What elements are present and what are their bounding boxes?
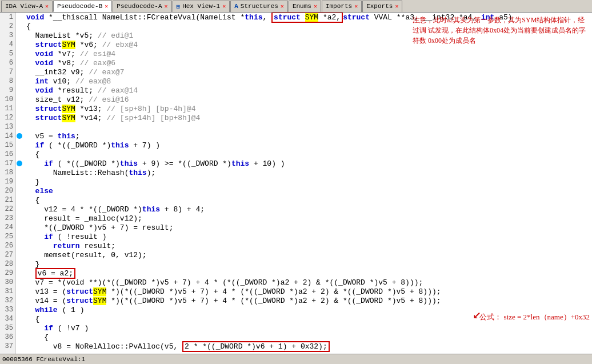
code-line[interactable]: struct SYM *v13; // [sp+8h] [bp-4h]@4 — [26, 104, 590, 113]
line-number: 34 — [2, 314, 13, 323]
line-number: 10 — [2, 95, 13, 104]
line-number: 28 — [2, 259, 13, 269]
dot-cell — [16, 305, 24, 314]
line-number: 9 — [2, 86, 13, 95]
line-number: 20 — [2, 186, 13, 195]
dot-cell — [16, 49, 24, 58]
code-line[interactable]: if ( *((_DWORD *)this + 7) ) — [26, 141, 590, 150]
dot-cell — [16, 58, 24, 67]
line-number: 31 — [2, 287, 13, 296]
code-line[interactable]: else — [26, 186, 590, 195]
code-line[interactable]: { — [26, 314, 590, 323]
code-line[interactable] — [26, 122, 590, 131]
tab-ida-view-a[interactable]: IDA View-A ✕ — [1, 1, 53, 12]
code-line[interactable]: { — [26, 22, 590, 31]
tab-exports[interactable]: Exports ✕ — [362, 1, 402, 12]
tab-label: Exports — [366, 3, 393, 10]
tab-icon: ⊞ — [177, 3, 181, 10]
dot-cell — [16, 13, 24, 22]
tab-close-icon[interactable]: ✕ — [314, 3, 317, 10]
tab-close-icon[interactable]: ✕ — [45, 3, 49, 10]
dot-cell — [16, 122, 24, 131]
code-line[interactable]: { — [26, 195, 590, 205]
code-line[interactable]: struct SYM *v14; // [sp+14h] [bp+8h]@4 — [26, 113, 590, 122]
code-line[interactable]: __int32 v9; // eax@7 — [26, 67, 590, 77]
line-number: 25 — [2, 232, 13, 241]
dot-cell — [16, 223, 24, 232]
tab-close-icon[interactable]: ✕ — [281, 3, 284, 10]
code-line[interactable]: struct SYM *v6; // ebx@4 — [26, 40, 590, 49]
line-number: 3 — [2, 31, 13, 40]
line-numbers: 1234567891011121314151617181920212223242… — [0, 13, 16, 354]
dot-cell — [16, 241, 24, 250]
line-number: 12 — [2, 113, 13, 122]
tab-structures[interactable]: A Structures ✕ — [230, 1, 288, 12]
line-number: 24 — [2, 223, 13, 232]
dot-cell — [16, 205, 24, 214]
code-line[interactable]: return result; — [26, 241, 590, 250]
dot-cell — [16, 314, 24, 323]
code-area[interactable]: void *__thiscall NameList::FCreateVval(N… — [24, 13, 592, 354]
code-line[interactable]: while ( 1 ) — [26, 305, 590, 314]
tab-pseudocode-b[interactable]: Pseudocode-B ✕ — [53, 1, 112, 12]
dot-cell — [16, 323, 24, 333]
dot-cell — [16, 168, 24, 177]
dot-cell — [16, 342, 24, 351]
code-line[interactable]: v8 = NoRelAlloc::PvAlloc(v5, 2 * *((_DWO… — [26, 342, 590, 351]
tab-label: Pseudocode-A — [117, 3, 162, 10]
line-number: 30 — [2, 278, 13, 287]
code-line[interactable]: } — [26, 259, 590, 269]
dot-cell — [16, 278, 24, 287]
tab-enums[interactable]: Enums ✕ — [289, 1, 321, 12]
code-line[interactable]: v13 = (struct SYM *)(*((_DWORD *)v5 + 7)… — [26, 287, 590, 296]
line-number: 7 — [2, 67, 13, 77]
dot-cell — [16, 40, 24, 49]
code-line[interactable]: v7 = *(void **)(*((_DWORD *)v5 + 7) + 4 … — [26, 278, 590, 287]
tab-hex-view-1[interactable]: ⊞ Hex View-1 ✕ — [173, 1, 230, 12]
code-line[interactable]: void *v8; // eax@6 — [26, 58, 590, 67]
line-number: 19 — [2, 177, 13, 186]
code-line[interactable]: void *result; // eax@14 — [26, 86, 590, 95]
code-line[interactable]: if ( !v7 ) — [26, 323, 590, 333]
tab-label: IDA View-A — [5, 3, 43, 10]
tab-imports[interactable]: Imports ✕ — [322, 1, 362, 12]
code-line[interactable]: v12 = 4 * *((_DWORD *)this + 8) + 4; — [26, 205, 590, 214]
code-line[interactable]: void *__thiscall NameList::FCreateVval(N… — [26, 13, 590, 22]
code-line[interactable]: *((_DWORD *)v5 + 7) = result; — [26, 223, 590, 232]
tab-close-icon[interactable]: ✕ — [354, 3, 358, 10]
code-line[interactable]: { — [26, 150, 590, 159]
dot-cell — [16, 296, 24, 305]
dot-cell — [16, 113, 24, 122]
tab-close-icon[interactable]: ✕ — [222, 3, 226, 10]
code-line[interactable]: void *v7; // esi@4 — [26, 49, 590, 58]
code-line[interactable]: NameList::Rehash(this); — [26, 168, 590, 177]
tab-close-icon[interactable]: ✕ — [165, 3, 168, 10]
line-number: 2 — [2, 22, 13, 31]
dot-cell — [16, 150, 24, 159]
dot-cell — [16, 269, 24, 278]
tab-label: Enums — [293, 3, 311, 10]
code-line[interactable]: } — [26, 177, 590, 186]
code-line[interactable]: int v10; // eax@8 — [26, 77, 590, 86]
line-number: 37 — [2, 342, 13, 351]
dot-cell — [16, 22, 24, 31]
line-number: 11 — [2, 104, 13, 113]
line-number: 23 — [2, 214, 13, 223]
code-line[interactable]: if ( *((_DWORD *)this + 9) >= *((_DWORD … — [26, 159, 590, 168]
dot-cell — [16, 77, 24, 86]
tab-label: Hex View-1 — [182, 3, 220, 10]
tab-close-icon[interactable]: ✕ — [395, 3, 398, 10]
dot-cell — [16, 232, 24, 241]
code-line[interactable]: if ( !result ) — [26, 232, 590, 241]
code-line[interactable]: memset(result, 0, v12); — [26, 250, 590, 259]
code-line[interactable]: result = _malloc(v12); — [26, 214, 590, 223]
code-line[interactable]: size_t v12; // esi@16 — [26, 95, 590, 104]
code-line[interactable]: v14 = (struct SYM *)(*((_DWORD *)v5 + 7)… — [26, 296, 590, 305]
tab-close-icon[interactable]: ✕ — [105, 3, 108, 10]
line-number: 27 — [2, 250, 13, 259]
code-line[interactable]: NameList *v5; // edi@1 — [26, 31, 590, 40]
code-line[interactable]: v5 = this; — [26, 131, 590, 141]
code-line[interactable]: v6 = a2; — [26, 269, 590, 278]
status-bar: 00005366 FCreateVval:1 — [0, 354, 592, 364]
tab-pseudocode-a[interactable]: Pseudocode-A ✕ — [113, 1, 171, 12]
